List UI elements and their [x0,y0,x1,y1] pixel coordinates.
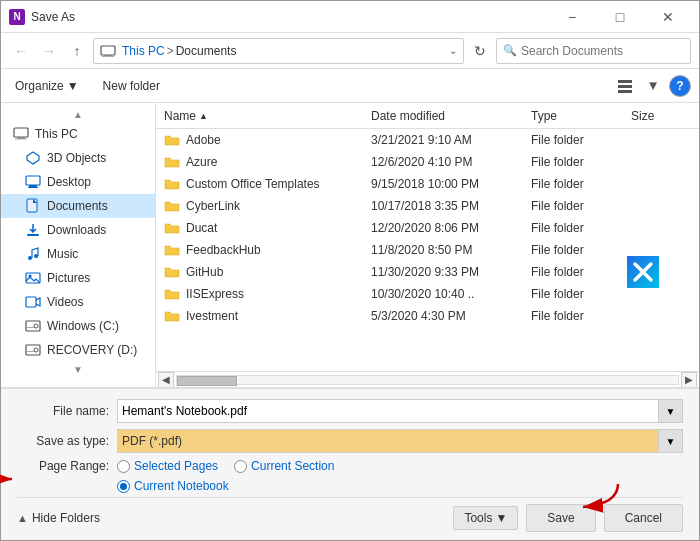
search-input[interactable] [521,44,684,58]
file-name-cell: Adobe [164,132,371,148]
savetype-row: Save as type: PDF (*.pdf) ▼ [17,429,683,453]
file-list-body[interactable]: Adobe 3/21/2021 9:10 AM File folder Azur… [156,129,699,371]
view-chevron-button[interactable]: ▼ [641,74,665,98]
radio-selected-pages[interactable]: Selected Pages [117,459,218,473]
sidebar-item-recovery-d[interactable]: RECOVERY (D:) [1,338,155,362]
file-type: File folder [531,177,631,191]
pictures-icon [25,270,41,286]
address-chevron-icon[interactable]: ⌄ [449,45,457,56]
folder-icon [164,286,180,302]
this-pc-sidebar-icon [13,126,29,142]
svg-rect-13 [27,199,37,212]
sidebar-item-videos[interactable]: Videos [1,290,155,314]
col-type-header[interactable]: Type [531,109,631,123]
file-date: 9/15/2018 10:00 PM [371,177,531,191]
folder-icon [164,154,180,170]
main-area: ▲ This PC 3D Objects Desktop Documents D… [1,103,699,387]
help-button[interactable]: ? [669,75,691,97]
filename-input[interactable] [117,399,659,423]
up-button[interactable]: ↑ [65,39,89,63]
breadcrumb-pc[interactable]: This PC [122,44,165,58]
table-row[interactable]: Custom Office Templates 9/15/2018 10:00 … [156,173,699,195]
radio-current-section[interactable]: Current Section [234,459,334,473]
table-row[interactable]: Ducat 12/20/2020 8:06 PM File folder [156,217,699,239]
search-icon: 🔍 [503,44,517,57]
new-folder-button[interactable]: New folder [97,77,166,95]
table-row[interactable]: Azure 12/6/2020 4:10 PM File folder [156,151,699,173]
table-row[interactable]: CyberLink 10/17/2018 3:35 PM File folder [156,195,699,217]
back-button[interactable]: ← [9,39,33,63]
sidebar-item-3d-objects[interactable]: 3D Objects [1,146,155,170]
desktop-icon [25,174,41,190]
file-list-header: Name ▲ Date modified Type Size [156,103,699,129]
horizontal-scrollbar[interactable]: ◀ ▶ [156,371,699,387]
folder-icon [164,220,180,236]
scroll-right-button[interactable]: ▶ [681,372,697,388]
col-name-header[interactable]: Name ▲ [164,109,371,123]
col-type-label: Type [531,109,557,123]
table-row[interactable]: GitHub 11/30/2020 9:33 PM File folder [156,261,699,283]
radio-current-notebook[interactable]: Current Notebook [117,479,229,493]
file-name: Azure [186,155,217,169]
organize-button[interactable]: Organize ▼ [9,77,85,95]
refresh-button[interactable]: ↻ [468,39,492,63]
savetype-dropdown-arrow[interactable]: ▼ [659,429,683,453]
radio-label-section: Current Section [251,459,334,473]
close-button[interactable]: ✕ [645,1,691,33]
table-row[interactable]: Adobe 3/21/2021 9:10 AM File folder [156,129,699,151]
videos-icon [25,294,41,310]
help-label: ? [676,79,683,93]
sidebar-label-music: Music [47,247,78,261]
search-box[interactable]: 🔍 [496,38,691,64]
sidebar: ▲ This PC 3D Objects Desktop Documents D… [1,103,156,387]
window-controls: − □ ✕ [549,1,691,33]
sidebar-item-this-pc[interactable]: This PC [1,122,155,146]
pagerange-row: Page Range: Selected Pages Current Secti… [17,459,683,473]
maximize-button[interactable]: □ [597,1,643,33]
address-bar[interactable]: This PC > Documents ⌄ [93,38,464,64]
sidebar-item-pictures[interactable]: Pictures [1,266,155,290]
file-name: CyberLink [186,199,240,213]
hide-folders-label: Hide Folders [32,511,100,525]
sidebar-item-desktop[interactable]: Desktop [1,170,155,194]
table-row[interactable]: IISExpress 10/30/2020 10:40 .. File fold… [156,283,699,305]
minimize-button[interactable]: − [549,1,595,33]
col-size-header[interactable]: Size [631,109,691,123]
scroll-left-button[interactable]: ◀ [158,372,174,388]
svg-marker-9 [27,152,39,164]
table-row[interactable]: Ivestment 5/3/2020 4:30 PM File folder [156,305,699,327]
view-controls: ▼ ? [613,74,691,98]
col-date-header[interactable]: Date modified [371,109,531,123]
sidebar-scroll-down[interactable]: ▼ [1,362,155,377]
sidebar-item-documents[interactable]: Documents [1,194,155,218]
view-button[interactable] [613,74,637,98]
file-type: File folder [531,133,631,147]
file-date: 11/8/2020 8:50 PM [371,243,531,257]
svg-rect-6 [14,128,28,137]
file-date: 5/3/2020 4:30 PM [371,309,531,323]
sidebar-item-music[interactable]: Music [1,242,155,266]
forward-button[interactable]: → [37,39,61,63]
sidebar-item-downloads[interactable]: Downloads [1,218,155,242]
breadcrumb-current: Documents [176,44,237,58]
table-row[interactable]: FeedbackHub 11/8/2020 8:50 PM File folde… [156,239,699,261]
file-name-cell: Ducat [164,220,371,236]
sidebar-item-windows-c[interactable]: Windows (C:) [1,314,155,338]
red-arrow-right [568,479,628,514]
savetype-select[interactable]: PDF (*.pdf) [117,429,659,453]
cancel-label: Cancel [625,511,662,525]
tools-button[interactable]: Tools ▼ [453,506,518,530]
svg-rect-25 [27,351,34,352]
filename-dropdown-arrow[interactable]: ▼ [659,399,683,423]
scroll-track[interactable] [176,375,679,385]
hide-folders-button[interactable]: ▲ Hide Folders [17,511,100,525]
scroll-thumb[interactable] [177,376,237,386]
bottom-buttons-row: ▲ Hide Folders Tools ▼ Save Cancel [17,497,683,532]
svg-point-21 [34,324,38,328]
svg-rect-11 [29,185,37,187]
file-name: Ducat [186,221,217,235]
breadcrumb: This PC > Documents [100,43,445,59]
sidebar-label-windows-c: Windows (C:) [47,319,119,333]
save-as-dialog: N Save As − □ ✕ ← → ↑ This PC > Document… [0,0,700,541]
sidebar-scroll-up[interactable]: ▲ [1,107,155,122]
